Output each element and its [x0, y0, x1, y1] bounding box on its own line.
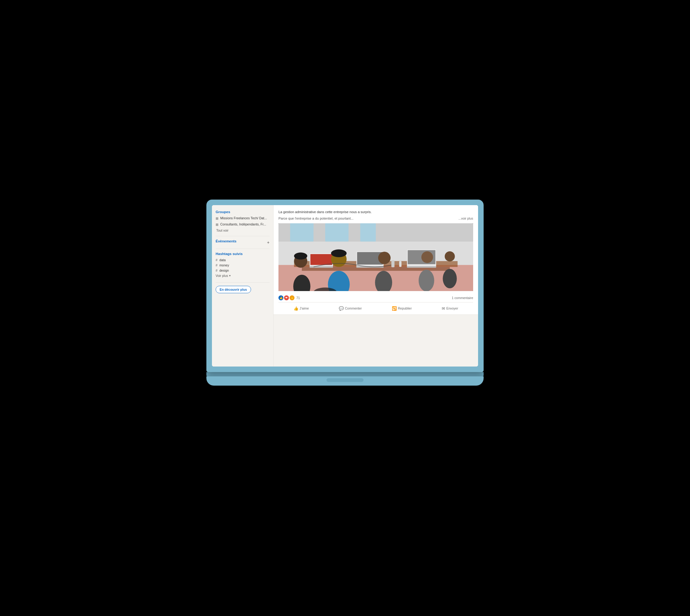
group-item-1[interactable]: ⊞ Missions Freelances Tech/ Dat... [216, 216, 269, 221]
svg-rect-3 [325, 223, 349, 241]
hashtag-item-money[interactable]: # money [216, 263, 269, 267]
repost-label: Republier [398, 306, 412, 310]
reaction-count: 71 [296, 296, 300, 300]
svg-rect-2 [290, 223, 314, 241]
svg-rect-10 [309, 266, 333, 268]
hashtag-label-data: data [219, 258, 225, 262]
laptop-keyboard-area [207, 372, 483, 376]
post-image [278, 223, 473, 291]
like-emoji: 👍 [278, 295, 283, 300]
svg-rect-16 [407, 266, 436, 268]
groupes-title: Groupes [216, 210, 269, 214]
chevron-down-icon: ▾ [229, 274, 231, 277]
svg-point-23 [294, 252, 307, 259]
hashtag-symbol-1: # [216, 258, 217, 262]
evenements-title: Évènements [216, 239, 237, 243]
post-text-1: La gestion administrative dans cette ent… [278, 210, 473, 215]
add-event-button[interactable]: + [267, 240, 269, 245]
hashtag-label-design: design [219, 269, 229, 272]
group-icon-2: ⊞ [216, 223, 218, 227]
post-reactions-row: 👍 ❤ 👏 71 1 commentaire [278, 293, 473, 303]
repost-button[interactable]: 🔁 Republier [389, 305, 414, 312]
svg-point-20 [331, 249, 347, 257]
sidebar-divider-3 [216, 282, 269, 283]
like-label: J'aime [300, 306, 309, 310]
screen-inner: Groupes ⊞ Missions Freelances Tech/ Dat.… [212, 205, 478, 367]
send-icon: ✉ [442, 306, 445, 311]
svg-rect-33 [399, 261, 402, 267]
post-actions: 👍 J'aime 💬 Commenter 🔁 Republier [278, 304, 473, 314]
send-label: Envoyer [446, 306, 458, 310]
reaction-emojis: 👍 ❤ 👏 71 [278, 295, 300, 300]
voir-plus-label: Voir plus [216, 274, 228, 278]
svg-rect-32 [391, 260, 394, 267]
svg-point-27 [422, 251, 433, 263]
svg-rect-11 [310, 254, 332, 265]
voir-plus-post-link[interactable]: ...voir plus [458, 217, 473, 220]
evenements-row: Évènements + [216, 239, 269, 245]
hashtag-item-design[interactable]: # design [216, 269, 269, 272]
sidebar: Groupes ⊞ Missions Freelances Tech/ Dat.… [212, 205, 274, 367]
voir-plus-row[interactable]: Voir plus ▾ [216, 274, 269, 278]
sidebar-divider-2 [216, 248, 269, 249]
heart-emoji: ❤ [284, 295, 289, 300]
comment-count: 1 commentaire [452, 296, 473, 300]
comment-button[interactable]: 💬 Commenter [337, 305, 364, 312]
hashtag-item-data[interactable]: # data [216, 258, 269, 262]
hashtag-symbol-3: # [216, 269, 217, 272]
post-text-secondary-row: Parce que l'entreprise a du potentiel, e… [278, 217, 473, 220]
main-feed: La gestion administrative dans cette ent… [274, 205, 478, 367]
svg-point-29 [445, 251, 455, 262]
group-item-2[interactable]: ⊞ Consultants, Indépendants, Fr... [216, 222, 269, 227]
group-name-1: Missions Freelances Tech/ Dat... [220, 216, 267, 220]
hashtag-symbol-2: # [216, 263, 217, 267]
clap-emoji: 👏 [289, 295, 295, 300]
like-button[interactable]: 👍 J'aime [291, 305, 311, 312]
svg-point-28 [443, 269, 457, 288]
like-icon: 👍 [294, 306, 299, 311]
laptop-base [207, 376, 483, 386]
laptop-lid: Groupes ⊞ Missions Freelances Tech/ Dat.… [207, 200, 483, 372]
group-name-2: Consultants, Indépendants, Fr... [220, 222, 266, 226]
group-icon-1: ⊞ [216, 217, 218, 221]
decouvrir-plus-button[interactable]: En découvrir plus [216, 286, 251, 293]
comment-label: Commenter [345, 306, 362, 310]
svg-point-25 [378, 251, 391, 264]
post-card: La gestion administrative dans cette ent… [274, 205, 478, 315]
sidebar-divider-1 [216, 236, 269, 236]
svg-rect-4 [360, 223, 376, 241]
laptop-container: Groupes ⊞ Missions Freelances Tech/ Dat.… [207, 200, 483, 386]
svg-point-26 [418, 269, 434, 291]
comment-icon: 💬 [339, 306, 344, 311]
hashtags-title: Hashtags suivis [216, 252, 269, 256]
hashtag-label-money: money [219, 263, 229, 267]
laptop-screen: Groupes ⊞ Missions Freelances Tech/ Dat.… [212, 205, 478, 367]
tout-voir-link[interactable]: Tout voir [216, 228, 269, 232]
post-text-2: Parce que l'entreprise a du potentiel, e… [278, 217, 353, 220]
repost-icon: 🔁 [392, 306, 397, 311]
send-button[interactable]: ✉ Envoyer [439, 305, 461, 312]
